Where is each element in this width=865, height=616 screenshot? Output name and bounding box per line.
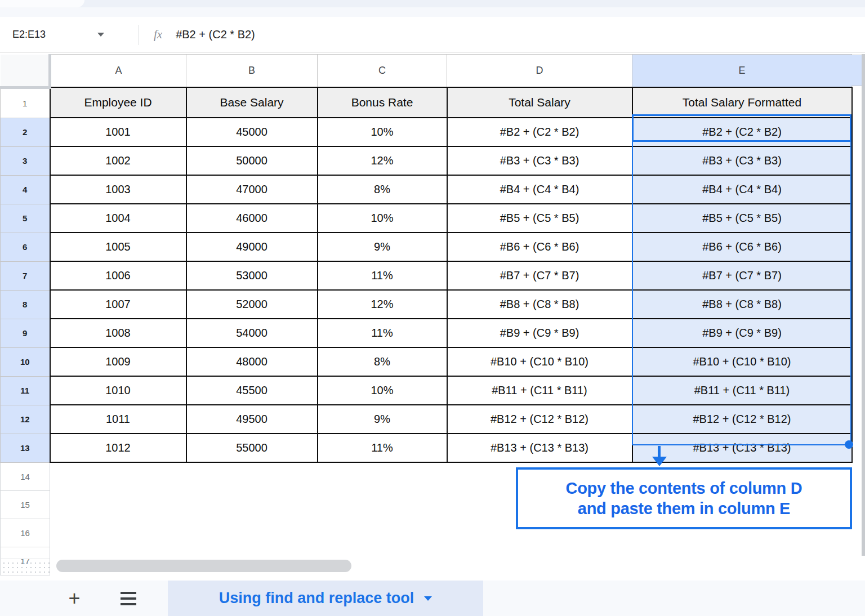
cell-C11[interactable]: 10% <box>318 376 447 405</box>
cell-E10[interactable]: #B10 + (C10 * B10) <box>632 347 852 376</box>
cell-A5[interactable]: 1004 <box>50 204 186 233</box>
cell-E6[interactable]: #B6 + (C6 * B6) <box>632 233 852 261</box>
cell-C5[interactable]: 10% <box>318 204 447 233</box>
cell-E17[interactable] <box>632 547 852 575</box>
cell-C4[interactable]: 8% <box>318 175 447 204</box>
row-header-15[interactable]: 15 <box>1 490 50 519</box>
cell-A14[interactable] <box>50 462 186 490</box>
cell-B13[interactable]: 55000 <box>186 434 318 462</box>
cell-D12[interactable]: #B12 + (C12 * B12) <box>447 405 632 434</box>
formula-input[interactable]: #B2 + (C2 * B2) <box>176 28 255 41</box>
cell-A7[interactable]: 1006 <box>50 261 186 290</box>
vertical-scrollbar-track[interactable] <box>862 54 865 556</box>
cell-A12[interactable]: 1011 <box>50 405 186 434</box>
row-header-3[interactable]: 3 <box>1 146 50 175</box>
column-header-B[interactable]: B <box>186 55 318 88</box>
row-header-11[interactable]: 11 <box>1 376 50 405</box>
cell-D9[interactable]: #B9 + (C9 * B9) <box>447 319 632 347</box>
cell-E4[interactable]: #B4 + (C4 * B4) <box>632 175 852 204</box>
cell-D11[interactable]: #B11 + (C11 * B11) <box>447 376 632 405</box>
cell-C3[interactable]: 12% <box>318 146 447 175</box>
header-cell-E[interactable]: Total Salary Formatted <box>632 87 852 118</box>
row-header-1[interactable]: 1 <box>1 87 50 118</box>
header-cell-D[interactable]: Total Salary <box>447 87 632 118</box>
cell-B2[interactable]: 45000 <box>186 118 318 146</box>
row-header-13[interactable]: 13 <box>1 434 50 462</box>
cell-A9[interactable]: 1008 <box>50 319 186 347</box>
cell-C16[interactable] <box>318 519 447 547</box>
cell-C6[interactable]: 9% <box>318 233 447 261</box>
cell-C10[interactable]: 8% <box>318 347 447 376</box>
cell-C13[interactable]: 11% <box>318 434 447 462</box>
row-header-8[interactable]: 8 <box>1 290 50 319</box>
cell-B11[interactable]: 45500 <box>186 376 318 405</box>
column-header-C[interactable]: C <box>318 55 447 88</box>
cell-D4[interactable]: #B4 + (C4 * B4) <box>447 175 632 204</box>
row-header-9[interactable]: 9 <box>1 319 50 347</box>
cell-D8[interactable]: #B8 + (C8 * B8) <box>447 290 632 319</box>
sheet-tab-active[interactable]: Using find and replace tool <box>168 581 483 616</box>
cell-A8[interactable]: 1007 <box>50 290 186 319</box>
cell-D7[interactable]: #B7 + (C7 * B7) <box>447 261 632 290</box>
column-header-D[interactable]: D <box>447 55 632 88</box>
cell-E9[interactable]: #B9 + (C9 * B9) <box>632 319 852 347</box>
cell-E11[interactable]: #B11 + (C11 * B11) <box>632 376 852 405</box>
cell-B10[interactable]: 48000 <box>186 347 318 376</box>
name-box[interactable]: E2:E13 <box>0 29 136 41</box>
cell-C7[interactable]: 11% <box>318 261 447 290</box>
cell-B6[interactable]: 49000 <box>186 233 318 261</box>
cell-E7[interactable]: #B7 + (C7 * B7) <box>632 261 852 290</box>
cell-C8[interactable]: 12% <box>318 290 447 319</box>
row-header-4[interactable]: 4 <box>1 175 50 204</box>
cell-C2[interactable]: 10% <box>318 118 447 146</box>
add-sheet-button[interactable]: + <box>61 581 88 616</box>
cell-D2[interactable]: #B2 + (C2 * B2) <box>447 118 632 146</box>
cell-A2[interactable]: 1001 <box>50 118 186 146</box>
cell-D17[interactable] <box>447 547 632 575</box>
cell-A11[interactable]: 1010 <box>50 376 186 405</box>
row-header-5[interactable]: 5 <box>1 204 50 233</box>
cell-B8[interactable]: 52000 <box>186 290 318 319</box>
row-header-7[interactable]: 7 <box>1 261 50 290</box>
row-header-14[interactable]: 14 <box>1 462 50 490</box>
horizontal-scrollbar[interactable] <box>56 560 351 572</box>
select-all-corner[interactable] <box>1 55 50 88</box>
cell-B7[interactable]: 53000 <box>186 261 318 290</box>
cell-B5[interactable]: 46000 <box>186 204 318 233</box>
cell-A4[interactable]: 1003 <box>50 175 186 204</box>
header-cell-C[interactable]: Bonus Rate <box>318 87 447 118</box>
row-header-12[interactable]: 12 <box>1 405 50 434</box>
cell-E3[interactable]: #B3 + (C3 * B3) <box>632 146 852 175</box>
cell-D13[interactable]: #B13 + (C13 * B13) <box>447 434 632 462</box>
cell-E2[interactable]: #B2 + (C2 * B2) <box>632 118 852 146</box>
cell-A10[interactable]: 1009 <box>50 347 186 376</box>
column-header-E[interactable]: E <box>632 55 852 88</box>
cell-B15[interactable] <box>186 490 318 519</box>
cell-C15[interactable] <box>318 490 447 519</box>
cell-D5[interactable]: #B5 + (C5 * B5) <box>447 204 632 233</box>
cell-C14[interactable] <box>318 462 447 490</box>
row-header-6[interactable]: 6 <box>1 233 50 261</box>
cell-B9[interactable]: 54000 <box>186 319 318 347</box>
cell-E12[interactable]: #B12 + (C12 * B12) <box>632 405 852 434</box>
cell-C12[interactable]: 9% <box>318 405 447 434</box>
cell-A15[interactable] <box>50 490 186 519</box>
cell-C9[interactable]: 11% <box>318 319 447 347</box>
cell-B14[interactable] <box>186 462 318 490</box>
cell-A13[interactable]: 1012 <box>50 434 186 462</box>
column-header-A[interactable]: A <box>50 55 186 88</box>
cell-B4[interactable]: 47000 <box>186 175 318 204</box>
fill-handle[interactable] <box>845 440 853 449</box>
name-box-caret-icon[interactable] <box>97 33 104 37</box>
cell-A6[interactable]: 1005 <box>50 233 186 261</box>
cell-D3[interactable]: #B3 + (C3 * B3) <box>447 146 632 175</box>
header-cell-A[interactable]: Employee ID <box>50 87 186 118</box>
cell-B12[interactable]: 49500 <box>186 405 318 434</box>
all-sheets-menu-icon[interactable] <box>115 581 141 616</box>
header-cell-B[interactable]: Base Salary <box>186 87 318 118</box>
cell-D10[interactable]: #B10 + (C10 * B10) <box>447 347 632 376</box>
cell-B3[interactable]: 50000 <box>186 146 318 175</box>
cell-E8[interactable]: #B8 + (C8 * B8) <box>632 290 852 319</box>
row-header-2[interactable]: 2 <box>1 118 50 146</box>
row-header-10[interactable]: 10 <box>1 347 50 376</box>
